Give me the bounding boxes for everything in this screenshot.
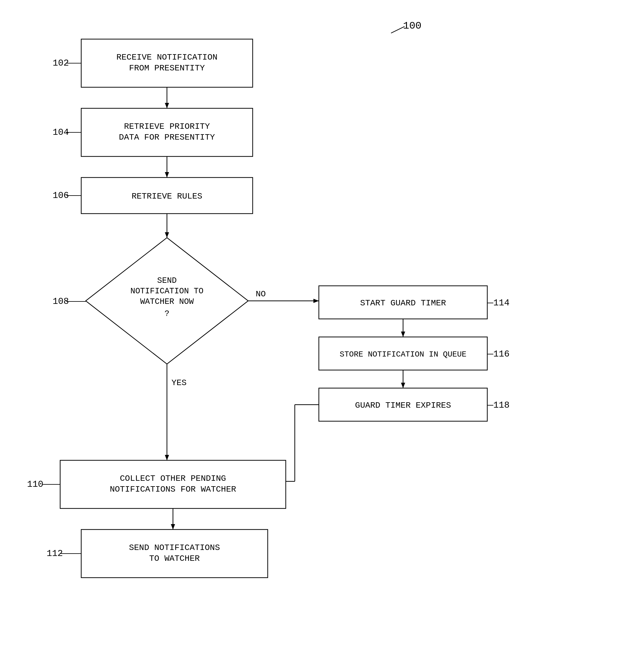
- title-label: 100: [403, 20, 422, 32]
- node-108-text2: NOTIFICATION TO: [130, 287, 203, 296]
- svg-line-0: [391, 27, 404, 33]
- flowchart-diagram: 100 RECEIVE NOTIFICATION FROM PRESENTITY…: [0, 0, 644, 667]
- label-116: 116: [493, 349, 510, 359]
- svg-marker-27: [165, 455, 169, 460]
- label-118: 118: [493, 400, 510, 410]
- node-110-box: [60, 460, 286, 508]
- node-108-text4: ?: [165, 309, 169, 318]
- node-118-text: GUARD TIMER EXPIRES: [355, 401, 451, 410]
- node-112-box: [81, 530, 268, 577]
- svg-marker-17: [401, 331, 405, 337]
- node-102-box: [81, 39, 253, 87]
- label-yes: YES: [171, 378, 186, 388]
- node-104-text: RETRIEVE PRIORITY: [124, 122, 210, 131]
- node-114-text: START GUARD TIMER: [360, 298, 446, 308]
- node-104-box: [81, 108, 253, 157]
- node-112-text2: TO WATCHER: [149, 554, 200, 563]
- node-110-text2: NOTIFICATIONS FOR WATCHER: [110, 485, 236, 494]
- label-no: NO: [256, 289, 266, 299]
- label-114: 114: [493, 298, 510, 308]
- node-102-text: RECEIVE NOTIFICATION: [116, 53, 217, 62]
- label-110: 110: [27, 479, 43, 489]
- node-116-text: STORE NOTIFICATION IN QUEUE: [340, 350, 466, 359]
- svg-text:FROM PRESENTITY: FROM PRESENTITY: [129, 64, 205, 73]
- svg-marker-30: [171, 524, 175, 530]
- svg-text:DATA FOR PRESENTITY: DATA FOR PRESENTITY: [119, 133, 215, 142]
- svg-marker-11: [165, 232, 169, 238]
- flowchart-svg: 100 RECEIVE NOTIFICATION FROM PRESENTITY…: [0, 0, 644, 667]
- svg-marker-4: [165, 103, 169, 108]
- svg-marker-14: [313, 299, 319, 303]
- svg-marker-20: [401, 383, 405, 388]
- node-112-text1: SEND NOTIFICATIONS: [129, 543, 220, 552]
- node-106-text: RETRIEVE RULES: [131, 192, 202, 201]
- node-110-text1: COLLECT OTHER PENDING: [120, 474, 226, 483]
- svg-marker-8: [165, 172, 169, 178]
- node-108-text1: SEND: [157, 276, 177, 285]
- node-108-text3: WATCHER NOW: [140, 297, 194, 306]
